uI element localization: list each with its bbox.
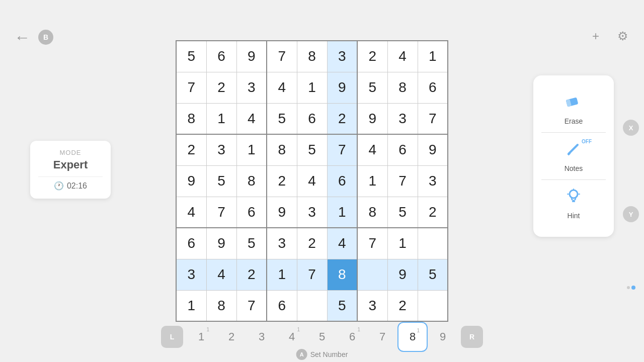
number-button-7[interactable]: 7 [367, 322, 397, 352]
cell-1-8[interactable]: 6 [418, 72, 448, 103]
back-button[interactable]: ← [10, 25, 34, 49]
cell-7-4[interactable]: 7 [297, 259, 327, 290]
cell-4-1[interactable]: 5 [206, 165, 236, 197]
number-button-8[interactable]: 18 [397, 322, 428, 352]
cell-6-5[interactable]: 4 [327, 228, 357, 259]
cell-3-2[interactable]: 1 [236, 134, 267, 165]
cell-4-7[interactable]: 7 [387, 165, 418, 197]
cell-1-3[interactable]: 4 [267, 72, 297, 103]
cell-3-7[interactable]: 6 [387, 134, 418, 165]
cell-7-0[interactable]: 3 [176, 259, 206, 290]
cell-0-5[interactable]: 3 [327, 41, 357, 72]
cell-4-2[interactable]: 8 [236, 165, 267, 197]
cell-4-8[interactable]: 3 [418, 165, 448, 197]
cell-4-3[interactable]: 2 [267, 165, 297, 197]
number-button-6[interactable]: 16 [337, 322, 367, 352]
cell-7-1[interactable]: 4 [206, 259, 236, 290]
cell-0-6[interactable]: 2 [357, 41, 387, 72]
cell-1-6[interactable]: 5 [357, 72, 387, 103]
cell-5-8[interactable]: 2 [418, 197, 448, 228]
cell-2-4[interactable]: 6 [297, 103, 327, 134]
cell-0-2[interactable]: 9 [236, 41, 267, 72]
cell-7-8[interactable]: 5 [418, 259, 448, 290]
cell-2-2[interactable]: 4 [236, 103, 267, 134]
cell-2-5[interactable]: 2 [327, 103, 357, 134]
y-button[interactable]: Y [623, 206, 639, 222]
cell-8-3[interactable]: 6 [267, 290, 297, 321]
cell-8-2[interactable]: 7 [236, 290, 267, 321]
cell-3-5[interactable]: 7 [327, 134, 357, 165]
cell-1-5[interactable]: 9 [327, 72, 357, 103]
cell-6-3[interactable]: 3 [267, 228, 297, 259]
cell-1-4[interactable]: 1 [297, 72, 327, 103]
cell-8-7[interactable]: 2 [387, 290, 418, 321]
cell-0-1[interactable]: 6 [206, 41, 236, 72]
l-button[interactable]: L [161, 326, 183, 348]
cell-6-7[interactable]: 1 [387, 228, 418, 259]
cell-7-5[interactable]: 8 [327, 259, 357, 290]
cell-8-0[interactable]: 1 [176, 290, 206, 321]
cell-0-8[interactable]: 1 [418, 41, 448, 72]
number-button-3[interactable]: 3 [247, 322, 277, 352]
cell-0-3[interactable]: 7 [267, 41, 297, 72]
cell-6-0[interactable]: 6 [176, 228, 206, 259]
cell-8-1[interactable]: 8 [206, 290, 236, 321]
cell-6-6[interactable]: 7 [357, 228, 387, 259]
cell-6-4[interactable]: 2 [297, 228, 327, 259]
notes-button[interactable]: OFF Notes [541, 133, 606, 179]
cell-3-0[interactable]: 2 [176, 134, 206, 165]
cell-8-4[interactable] [297, 290, 327, 321]
cell-6-2[interactable]: 5 [236, 228, 267, 259]
cell-5-0[interactable]: 4 [176, 197, 206, 228]
cell-3-6[interactable]: 4 [357, 134, 387, 165]
hint-button[interactable]: Hint [541, 180, 606, 227]
cell-3-8[interactable]: 9 [418, 134, 448, 165]
number-button-1[interactable]: 11 [186, 322, 216, 352]
cell-4-5[interactable]: 6 [327, 165, 357, 197]
cell-2-6[interactable]: 9 [357, 103, 387, 134]
add-button[interactable]: + [585, 25, 607, 47]
cell-0-7[interactable]: 4 [387, 41, 418, 72]
number-button-9[interactable]: 9 [428, 322, 458, 352]
cell-3-1[interactable]: 3 [206, 134, 236, 165]
a-button-badge[interactable]: A [296, 349, 307, 360]
cell-5-4[interactable]: 3 [297, 197, 327, 228]
number-button-4[interactable]: 14 [277, 322, 307, 352]
cell-7-6[interactable] [357, 259, 387, 290]
cell-1-0[interactable]: 7 [176, 72, 206, 103]
cell-5-3[interactable]: 9 [267, 197, 297, 228]
settings-button[interactable]: ⚙ [612, 25, 634, 47]
r-button[interactable]: R [461, 326, 483, 348]
cell-5-7[interactable]: 5 [387, 197, 418, 228]
x-button[interactable]: X [623, 120, 639, 136]
cell-5-6[interactable]: 8 [357, 197, 387, 228]
cell-2-0[interactable]: 8 [176, 103, 206, 134]
cell-7-3[interactable]: 1 [267, 259, 297, 290]
cell-4-6[interactable]: 1 [357, 165, 387, 197]
cell-6-1[interactable]: 9 [206, 228, 236, 259]
cell-4-0[interactable]: 9 [176, 165, 206, 197]
cell-2-7[interactable]: 3 [387, 103, 418, 134]
cell-1-2[interactable]: 3 [236, 72, 267, 103]
cell-6-8[interactable] [418, 228, 448, 259]
cell-3-4[interactable]: 5 [297, 134, 327, 165]
cell-7-2[interactable]: 2 [236, 259, 267, 290]
cell-5-1[interactable]: 7 [206, 197, 236, 228]
cell-2-3[interactable]: 5 [267, 103, 297, 134]
cell-3-3[interactable]: 8 [267, 134, 297, 165]
cell-2-8[interactable]: 7 [418, 103, 448, 134]
cell-1-1[interactable]: 2 [206, 72, 236, 103]
cell-5-5[interactable]: 1 [327, 197, 357, 228]
number-button-2[interactable]: 2 [216, 322, 247, 352]
b-button-badge[interactable]: B [38, 30, 53, 45]
cell-0-4[interactable]: 8 [297, 41, 327, 72]
cell-2-1[interactable]: 1 [206, 103, 236, 134]
cell-1-7[interactable]: 8 [387, 72, 418, 103]
cell-8-8[interactable] [418, 290, 448, 321]
erase-button[interactable]: Erase [541, 85, 606, 132]
cell-0-0[interactable]: 5 [176, 41, 206, 72]
number-button-5[interactable]: 5 [307, 322, 337, 352]
cell-8-6[interactable]: 3 [357, 290, 387, 321]
cell-4-4[interactable]: 4 [297, 165, 327, 197]
cell-5-2[interactable]: 6 [236, 197, 267, 228]
